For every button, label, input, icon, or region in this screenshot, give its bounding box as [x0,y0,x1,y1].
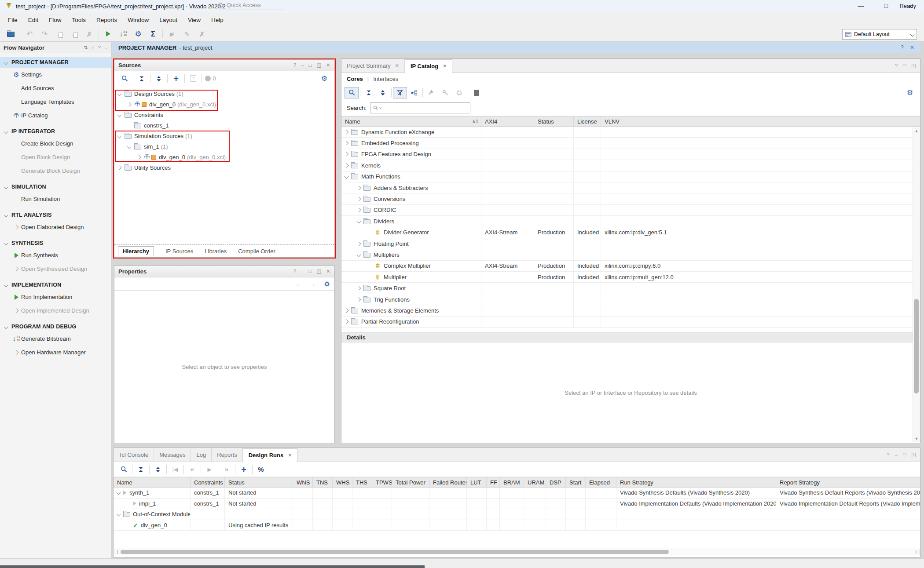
catalog-row-adders-&-subtracters[interactable]: Adders & Subtracters [341,182,920,193]
expander-closed-icon[interactable] [357,241,361,246]
help-icon[interactable]: ? [293,63,296,68]
subtab-cores[interactable]: Cores [347,76,363,82]
fnav-item-open-block-design[interactable]: Open Block Design [0,150,111,164]
expand-icon[interactable] [376,87,390,98]
scroll-down-icon[interactable]: ▼ [913,435,920,442]
tab-close-icon[interactable]: ✕ [443,63,447,69]
tree-item-sim_1[interactable]: sim_1 (1) [114,141,334,152]
fnav-item-ip-catalog[interactable]: IP Catalog [0,109,111,122]
expander-open-icon[interactable] [357,219,361,223]
column-header-whs[interactable]: WHS [333,477,352,487]
column-header-status[interactable]: Status [225,477,293,487]
tab-messages[interactable]: Messages [154,448,191,462]
expander-open-icon[interactable] [4,283,8,287]
catalog-row-divider-generator[interactable]: Divider GeneratorAXI4-StreamProductionIn… [341,227,920,238]
menu-window[interactable]: Window [122,15,154,25]
maximize-icon[interactable]: □ [309,269,312,274]
collapse-icon[interactable] [135,73,149,84]
catalog-row-memories-&-storage-elements[interactable]: Memories & Storage Elements [341,305,920,316]
scrollbar-thumb[interactable] [914,299,919,393]
float-icon[interactable]: ◳ [316,269,321,274]
catalog-row-dividers[interactable]: Dividers [341,216,920,227]
tab-close-icon[interactable]: ✕ [395,63,399,69]
maximize-icon[interactable]: □ [903,63,906,69]
tab-reports[interactable]: Reports [212,448,243,462]
column-header-run-strategy[interactable]: Run Strategy [616,477,776,487]
help-icon[interactable]: ? [895,63,898,69]
expander-closed-icon[interactable] [345,320,349,324]
generate-bitstream-icon[interactable]: ↓0110 [116,28,130,40]
expander-open-icon[interactable] [4,185,8,189]
sources-tab-compile-order[interactable]: Compile Order [238,248,275,255]
expander-closed-icon[interactable] [14,309,18,313]
catalog-search-box[interactable] [370,102,470,113]
expander-closed-icon[interactable] [357,208,361,212]
search-icon[interactable] [345,87,359,98]
expander-open-icon[interactable] [117,113,122,117]
sources-tab-ip-sources[interactable]: IP Sources [165,248,193,255]
fnav-item-run-implementation[interactable]: Run Implementation [0,290,111,304]
fnav-item-open-hardware-manager[interactable]: Open Hardware Manager [0,346,111,359]
back-icon[interactable]: ← [296,280,303,288]
close-icon[interactable]: ✕ [910,45,914,50]
column-header-name[interactable]: Name∧1 [341,117,481,126]
catalog-row-partial-reconfiguration[interactable]: Partial Reconfiguration [341,317,920,328]
catalog-row-conversions[interactable]: Conversions [341,193,920,204]
catalog-row-dynamic-function-exchange[interactable]: Dynamic Function eXchange [341,127,920,138]
percent-icon[interactable]: % [254,464,268,475]
column-header-ff[interactable]: FF [487,477,500,487]
collapse-icon[interactable] [134,464,148,475]
vertical-scrollbar[interactable]: ▲ ▼ [913,127,920,442]
expander-closed-icon[interactable] [127,102,132,106]
scroll-up-icon[interactable]: ▲ [913,127,920,135]
tab-tcl-console[interactable]: Tcl Console [114,448,154,462]
expander-open-icon[interactable] [117,512,121,517]
hier-icon[interactable] [407,87,421,98]
expander-closed-icon[interactable] [117,165,122,170]
catalog-row-square-root[interactable]: Square Root [341,283,920,294]
expand-icon[interactable] [152,73,166,84]
expander-open-icon[interactable] [117,91,122,96]
layout-selector[interactable]: Default Layout [842,29,917,40]
expander-closed-icon[interactable] [345,130,349,134]
tree-item-constrs_1[interactable]: constrs_1 [114,120,334,131]
search-input[interactable] [383,104,467,112]
run-row-synth_1[interactable]: synth_1constrs_1Not startedVivado Synthe… [114,488,920,499]
tree-item-div_gen_0[interactable]: div_gen_0 (div_gen_0.xci) [114,99,334,109]
fnav-item-open-implemented-design[interactable]: Open Implemented Design [0,304,111,317]
expander-closed-icon[interactable] [345,152,349,157]
minimize-icon[interactable]: ‒ [895,452,898,458]
help-icon[interactable]: ? [98,45,101,50]
gear-icon[interactable]: ⚙ [903,87,917,98]
expander-closed-icon[interactable] [357,186,361,190]
column-header-tns[interactable]: TNS [313,477,333,487]
column-header-tpws[interactable]: TPWS [372,477,392,487]
open-project-icon[interactable] [4,28,18,40]
expand-icon[interactable] [151,464,165,475]
tree-item-Design Sources[interactable]: Design Sources (1) [114,88,334,99]
column-header-start[interactable]: Start [566,477,586,487]
column-header-constraints[interactable]: Constraints [191,477,225,487]
catalog-row-multiplier[interactable]: MultiplierProductionIncludedxilinx.com:i… [341,272,920,283]
column-header-axi4[interactable]: AXI4 [481,117,534,126]
fnav-item-run-simulation[interactable]: Run Simulation [0,192,111,206]
gear-icon[interactable]: ⚙ [324,280,330,287]
sources-tab-hierarchy[interactable]: Hierarchy [118,246,154,256]
minimize-icon[interactable]: ‒ [301,269,304,274]
fnav-item-open-elaborated-design[interactable]: Open Elaborated Design [0,220,111,234]
expander-closed-icon[interactable] [357,286,361,291]
expander-closed-icon[interactable] [357,197,361,201]
catalog-row-cordic[interactable]: CORDIC [341,205,920,216]
float-icon[interactable]: ◳ [911,63,916,69]
run-row-impl_1[interactable]: impl_1constrs_1Not startedVivado Impleme… [114,499,920,510]
expander-open-icon[interactable] [117,491,121,495]
run-row-out-of-context-module-runs[interactable]: Out-of-Context Module Runs [114,509,920,520]
menu-file[interactable]: File [3,15,23,25]
tab-project-summary[interactable]: Project Summary✕ [341,59,405,73]
fnav-item-language-templates[interactable]: Language Templates [0,95,111,109]
maximize-icon[interactable]: □ [309,63,312,68]
tab-design-runs[interactable]: Design Runs✕ [243,448,298,462]
float-icon[interactable]: ◳ [316,63,321,68]
fnav-item-generate-block-design[interactable]: Generate Block Design [0,164,111,178]
fnav-item-add-sources[interactable]: Add Sources [0,81,111,95]
